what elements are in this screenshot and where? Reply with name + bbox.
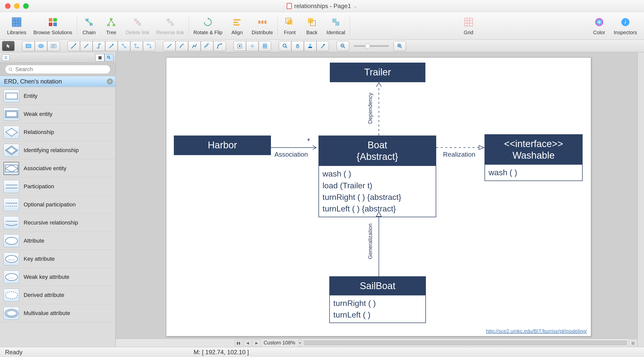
svg-line-85 <box>400 47 402 48</box>
shape-weak-key-attribute[interactable]: Weak key attribute <box>0 268 115 286</box>
outline-icon[interactable]: ☰ <box>2 54 10 61</box>
zoom-out-button[interactable] <box>337 41 349 51</box>
shape-thumb <box>4 307 19 320</box>
connector-3-tool[interactable] <box>93 41 105 51</box>
close-icon[interactable] <box>5 3 11 9</box>
add-page-icon[interactable]: ▤ <box>629 340 637 346</box>
eyedropper-tool[interactable] <box>316 41 329 51</box>
svg-rect-14 <box>113 24 115 26</box>
page-next-icon[interactable]: ▶ <box>253 340 261 346</box>
shape-key-attribute[interactable]: Key attribute <box>0 250 115 268</box>
inspectors-button[interactable]: iInspectors <box>614 16 637 35</box>
search-view-button[interactable] <box>104 54 113 61</box>
stamp-tool[interactable] <box>304 41 316 51</box>
line-tool-3[interactable] <box>188 41 201 51</box>
page-prev-icon[interactable]: ◀ <box>244 340 252 346</box>
connector-1-tool[interactable] <box>67 41 80 51</box>
text-tool[interactable] <box>47 41 60 51</box>
diagram-page[interactable]: Trailer Harbor Boat {Abstract} wash ( )l… <box>166 57 591 336</box>
page-bar: ▮▮ ◀ ▶ Custom 108% ▾ ▤ <box>116 338 637 347</box>
real-connector <box>436 145 485 150</box>
category-header[interactable]: ERD, Chen's notation × <box>0 76 115 87</box>
maximize-icon[interactable] <box>23 3 29 9</box>
connector-2-tool[interactable] <box>80 41 93 51</box>
svg-rect-90 <box>6 112 17 117</box>
shape-participation[interactable]: Participation <box>0 177 115 196</box>
shape-label: Optional participation <box>24 201 76 208</box>
class-sailboat[interactable]: SailBoat turnRight ( )turnLeft ( ) <box>329 276 426 323</box>
minimize-icon[interactable] <box>14 3 20 9</box>
zoom-in-button[interactable] <box>393 41 406 51</box>
connector-6-tool[interactable] <box>130 41 143 51</box>
svg-point-101 <box>6 237 18 244</box>
zoom-tool[interactable] <box>279 41 291 51</box>
delete-link-button[interactable]: Delete link <box>126 16 149 35</box>
sidebar-header: ☰ ▦ <box>0 52 115 63</box>
zoom-label[interactable]: Custom 108% <box>261 340 298 346</box>
canvas-scroll[interactable]: Trailer Harbor Boat {Abstract} wash ( )l… <box>116 52 637 338</box>
zoom-dropdown-icon[interactable]: ▾ <box>298 340 302 346</box>
class-boat[interactable]: Boat {Abstract} wash ( )load (Trailer t)… <box>318 136 436 217</box>
pointer-tool[interactable] <box>2 41 15 51</box>
snap-tool-2[interactable] <box>246 41 259 51</box>
libraries-button[interactable]: Libraries <box>7 16 26 35</box>
source-link[interactable]: http://sce2.umkc.edu/BIT/burrise/pl/mode… <box>486 328 587 334</box>
grid-view-button[interactable]: ▦ <box>95 54 104 61</box>
class-harbor[interactable]: Harbor <box>174 136 271 155</box>
vscrollbar[interactable] <box>637 52 644 347</box>
line-tool-2[interactable] <box>176 41 188 51</box>
page-pause-icon[interactable]: ▮▮ <box>234 340 243 346</box>
front-button[interactable]: Front <box>282 16 297 35</box>
shape-recursive-relationship[interactable]: Recursive relationship <box>0 214 115 232</box>
snap-tool-3[interactable] <box>259 41 271 51</box>
search-input[interactable] <box>5 65 110 74</box>
line-tool-4[interactable] <box>201 41 213 51</box>
pan-tool[interactable] <box>291 41 304 51</box>
shape-derived-attribute[interactable]: Derived attribute <box>0 286 115 304</box>
shape-entity[interactable]: Entity <box>0 87 115 105</box>
connector-5-tool[interactable] <box>118 41 130 51</box>
distribute-button[interactable]: Distribute <box>252 16 273 35</box>
shape-thumb <box>4 144 19 157</box>
grid-button[interactable]: Grid <box>461 16 476 35</box>
rect-tool[interactable] <box>22 41 35 51</box>
boat-title: Boat <box>321 140 434 151</box>
hscrollbar[interactable] <box>304 341 627 345</box>
identical-button[interactable]: Identical <box>327 16 345 35</box>
shape-weak-entity[interactable]: Weak entity <box>0 105 115 123</box>
shape-label: Recursive relationship <box>24 219 78 226</box>
snap-tool-1[interactable] <box>233 41 246 51</box>
svg-rect-18 <box>138 23 141 26</box>
shape-associative-entity[interactable]: Associative entity <box>0 159 115 177</box>
align-button[interactable]: Align <box>229 16 245 35</box>
interface-washable[interactable]: <<interface>> Washable wash ( ) <box>485 134 583 181</box>
ellipse-tool[interactable] <box>35 41 47 51</box>
svg-rect-30 <box>287 20 292 25</box>
close-category-icon[interactable]: × <box>107 78 113 84</box>
svg-rect-29 <box>264 21 266 24</box>
reverse-link-button[interactable]: Reverse link <box>156 16 184 35</box>
shape-thumb <box>4 162 19 175</box>
svg-rect-28 <box>261 21 263 24</box>
rotate-flip-button[interactable]: Rotate & Flip <box>193 16 223 35</box>
tree-button[interactable]: Tree <box>104 16 119 35</box>
chain-button[interactable]: Chain <box>82 16 97 35</box>
connector-7-tool[interactable] <box>143 41 155 51</box>
shape-optional-participation[interactable]: Optional participation <box>0 196 115 214</box>
browse-solutions-button[interactable]: Browse Solutions <box>33 16 72 35</box>
line-tool-1[interactable] <box>163 41 176 51</box>
shape-multivalue-attribute[interactable]: Multivalue attribute <box>0 304 115 322</box>
shape-attribute[interactable]: Attribute <box>0 232 115 250</box>
class-trailer[interactable]: Trailer <box>330 63 425 82</box>
shape-label: Associative entity <box>24 165 66 172</box>
back-button[interactable]: Back <box>304 16 319 35</box>
zoom-slider[interactable] <box>354 45 389 47</box>
connector-4-tool[interactable] <box>105 41 118 51</box>
shape-identifying-relationship[interactable]: Identifying relationship <box>0 141 115 159</box>
chevron-down-icon[interactable]: ⌄ <box>353 3 357 9</box>
app-body: ☰ ▦ ERD, Chen's notation × EntityWeak en… <box>0 52 644 347</box>
zoom-thumb[interactable] <box>365 43 370 49</box>
color-button[interactable]: Color <box>592 16 607 35</box>
shape-relationship[interactable]: Relationship <box>0 123 115 141</box>
line-tool-5[interactable] <box>213 41 226 51</box>
